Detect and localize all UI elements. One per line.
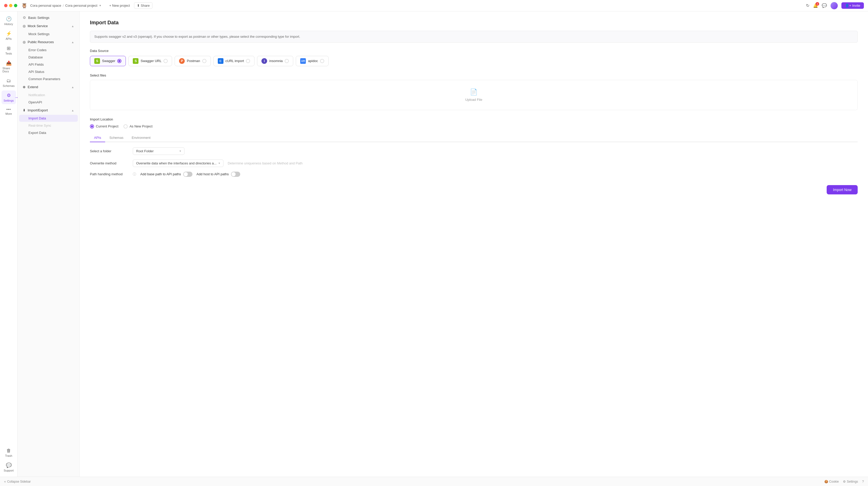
tab-apis[interactable]: APIs — [90, 134, 105, 142]
overwrite-select[interactable]: Overwrite data when the interfaces and d… — [133, 160, 223, 167]
tab-schemas[interactable]: Schemas — [105, 134, 127, 142]
postman-radio[interactable] — [202, 59, 207, 63]
apidoc-radio[interactable] — [320, 59, 324, 63]
help-icon: ? — [862, 480, 864, 483]
refresh-icon: ↻ — [806, 3, 809, 8]
nav-import-data[interactable]: Import Data — [19, 115, 78, 122]
notification-button[interactable]: 🔔 2 — [813, 3, 818, 8]
nav-mock-service-header[interactable]: ◎ Mock Service ▲ — [19, 22, 78, 30]
upload-icon: 📄 — [470, 88, 478, 96]
share-docs-icon: 📤 — [6, 60, 11, 66]
add-base-path-toggle[interactable] — [183, 172, 192, 177]
sidebar-item-share-docs[interactable]: 📤 Share Docs — [2, 58, 16, 75]
invite-button[interactable]: 👤+ Invite — [841, 2, 864, 9]
nav-export-data[interactable]: Export Data — [19, 129, 78, 136]
nav-extend-header[interactable]: ⊕ Extend ▲ — [19, 83, 78, 91]
support-icon: 💬 — [6, 462, 11, 468]
apidoc-icon: API — [300, 58, 306, 64]
folder-select[interactable]: Root Folder ▾ — [133, 147, 184, 155]
share-icon: ⬆ — [137, 4, 140, 7]
add-base-path-wrap: Add base path to API paths — [140, 172, 192, 177]
import-now-button[interactable]: Import Now — [827, 185, 858, 194]
data-source-curl[interactable]: C cURL import — [213, 56, 255, 66]
avatar[interactable] — [831, 2, 838, 9]
curl-label: cURL import — [225, 59, 244, 63]
path-handling-help-icon[interactable]: ⓘ — [133, 172, 136, 177]
current-project-radio[interactable] — [90, 124, 94, 128]
maximize-button[interactable] — [14, 4, 17, 7]
mock-service-chevron-icon: ▲ — [71, 25, 74, 28]
nav-api-status[interactable]: API Status — [19, 68, 78, 75]
chat-button[interactable]: 💬 — [822, 3, 827, 8]
sidebar-item-tests[interactable]: ⊞ Tests — [2, 44, 16, 57]
refresh-button[interactable]: ↻ — [806, 3, 809, 8]
path-handling-label: Path handling method — [90, 172, 129, 176]
settings-icon: ⚙ — [7, 92, 11, 98]
curl-icon: C — [218, 58, 223, 64]
swagger-radio[interactable] — [117, 59, 121, 63]
upload-area[interactable]: 📄 Upload File — [90, 80, 858, 110]
schemas-icon: 🗂 — [6, 78, 11, 84]
collapse-sidebar-button[interactable]: « Collapse Sidebar — [4, 480, 31, 483]
minimize-button[interactable] — [9, 4, 12, 7]
nav-openapi[interactable]: OpenAPI — [19, 99, 78, 106]
overwrite-value: Overwrite data when the interfaces and d… — [136, 161, 216, 165]
swagger-url-radio[interactable] — [163, 59, 168, 63]
data-source-insomnia[interactable]: i insomnia — [257, 56, 293, 66]
data-source-postman[interactable]: P Postman — [175, 56, 211, 66]
nav-basic-settings[interactable]: ⚙ Basic Settings — [19, 14, 78, 22]
new-project-option[interactable]: As New Project — [123, 124, 152, 128]
nav-real-time-sync: Real-time Sync — [19, 122, 78, 129]
nav-import-export-header[interactable]: ⬇ Import/Export ▲ — [19, 106, 78, 114]
data-source-apidoc[interactable]: API apidoc — [296, 56, 328, 66]
invite-icon: 👤+ — [845, 4, 851, 7]
nav-public-resources-header[interactable]: ◎ Public Resources ▲ — [19, 38, 78, 46]
close-button[interactable] — [4, 4, 7, 7]
more-icon: ••• — [6, 107, 11, 111]
app-logo: 🦉 — [22, 3, 27, 8]
nav-database[interactable]: Database — [19, 54, 78, 61]
data-source-swagger[interactable]: S Swagger — [90, 56, 126, 66]
sidebar-item-apis[interactable]: ⚡ APIs — [2, 29, 16, 42]
sidebar-item-settings[interactable]: ⚙ Settings → — [2, 90, 16, 104]
space-name[interactable]: Cora personal space — [30, 4, 61, 7]
new-project-radio[interactable] — [123, 124, 128, 128]
apidoc-label: apidoc — [308, 59, 318, 63]
add-host-toggle[interactable] — [231, 172, 240, 177]
postman-icon: P — [179, 58, 185, 64]
sidebar-item-trash[interactable]: 🗑 Trash — [2, 446, 16, 459]
nav-api-fields[interactable]: API Fields — [19, 61, 78, 68]
cookie-button[interactable]: 🍪 Cookie — [824, 480, 839, 483]
nav-error-codes[interactable]: Error Codes — [19, 47, 78, 54]
topbar-actions: + New project ⬆ Share — [107, 2, 153, 9]
breadcrumb-sep: / — [63, 4, 64, 7]
help-bottom-button[interactable]: ? — [862, 480, 864, 483]
insomnia-radio[interactable] — [285, 59, 289, 63]
swagger-label: Swagger — [102, 59, 115, 63]
folder-chevron-icon: ▾ — [180, 149, 181, 153]
settings-bottom-button[interactable]: ⚙ Settings — [843, 480, 858, 483]
cookie-icon: 🍪 — [824, 480, 828, 483]
new-project-button[interactable]: + New project — [107, 3, 132, 8]
extend-chevron-icon: ▲ — [71, 86, 74, 89]
overwrite-chevron-icon: ▾ — [219, 162, 220, 165]
sidebar-item-history[interactable]: 🕐 History — [2, 14, 16, 28]
curl-radio[interactable] — [246, 59, 250, 63]
add-host-wrap: Add host to API paths — [196, 172, 240, 177]
select-folder-label: Select a folder — [90, 149, 129, 153]
apis-icon: ⚡ — [6, 31, 11, 36]
project-chevron-icon[interactable]: ▾ — [99, 4, 101, 7]
sidebar-item-support[interactable]: 💬 Support — [2, 460, 16, 474]
tab-environment[interactable]: Environment — [128, 134, 155, 142]
share-button[interactable]: ⬆ Share — [134, 2, 153, 9]
nav-common-parameters[interactable]: Common Parameters — [19, 76, 78, 83]
select-folder-row: Select a folder Root Folder ▾ — [90, 147, 858, 155]
data-source-swagger-url[interactable]: S Swagger URL — [128, 56, 172, 66]
current-project-option[interactable]: Current Project — [90, 124, 118, 128]
main-layout: 🕐 History ⚡ APIs ⊞ Tests 📤 Share Docs 🗂 … — [0, 11, 868, 477]
sidebar-item-more[interactable]: ••• More — [2, 105, 16, 117]
sidebar-item-schemas[interactable]: 🗂 Schemas — [2, 76, 16, 89]
nav-mock-settings[interactable]: Mock Settings — [19, 30, 78, 37]
project-name[interactable]: Cora personal project — [65, 4, 97, 7]
nav-notification: Notification — [19, 91, 78, 98]
